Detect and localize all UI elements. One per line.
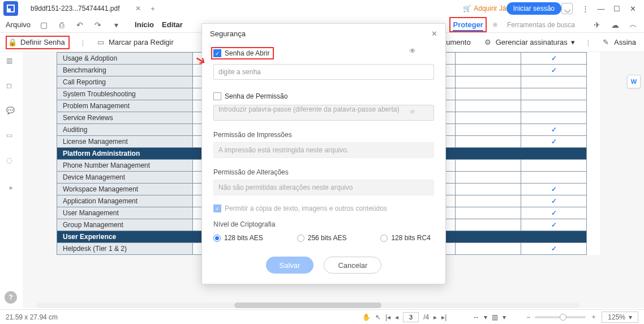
zoom-in-icon[interactable]: ＋ bbox=[590, 312, 597, 322]
comments-icon[interactable]: 💬 bbox=[6, 106, 16, 117]
permission-password-input: Introduzir palavra-passe (diferente da p… bbox=[213, 105, 434, 121]
chevron-up-icon[interactable]: ︿ bbox=[628, 20, 638, 30]
cancel-button[interactable]: Cancelar bbox=[324, 257, 381, 274]
buy-now-link[interactable]: 🛒Adquirir Já bbox=[463, 5, 506, 12]
buy-label: Adquirir Já bbox=[474, 5, 506, 12]
search-icon[interactable]: ◌ bbox=[6, 156, 16, 167]
tab-title: b9ddf151-223...75474441.pdf bbox=[31, 5, 119, 12]
chevron-down-icon: ▾ bbox=[571, 38, 575, 46]
new-tab-button[interactable]: ＋ bbox=[147, 2, 159, 15]
enc-256aes-label: 256 bits AES bbox=[308, 234, 347, 242]
view-mode-icon[interactable]: ▥ bbox=[492, 313, 498, 321]
enc-128aes-radio[interactable]: 128 bits AES bbox=[213, 234, 263, 242]
documento-label: umento bbox=[446, 38, 470, 46]
next-page-icon[interactable]: ▸ bbox=[433, 313, 437, 321]
definir-senha-label: Definir Senha bbox=[20, 38, 65, 46]
save-button[interactable]: Salvar bbox=[266, 257, 314, 274]
print-permission-select: A impressão está restringida neste arqui… bbox=[213, 142, 434, 158]
lock-icon: 🔒 bbox=[8, 38, 17, 47]
zoom-level: 125% bbox=[608, 313, 625, 321]
documento-partial[interactable]: umento bbox=[446, 38, 470, 46]
radio-dot bbox=[297, 235, 304, 242]
user-icon[interactable]: ◡ bbox=[561, 3, 577, 14]
last-page-icon[interactable]: ▸| bbox=[441, 313, 446, 321]
maximize-button[interactable]: ☐ bbox=[609, 5, 625, 13]
security-dialog: Segurança ✕ ✓ Senha de Abrir 👁 Senha de … bbox=[201, 23, 446, 284]
allow-copy-label: Permitir a cópia de texto, imagens e out… bbox=[225, 204, 387, 212]
expand-sidebar-icon[interactable]: ▸ bbox=[10, 184, 13, 191]
open-password-row-highlight: ✓ Senha de Abrir bbox=[211, 47, 274, 59]
hand-tool-icon[interactable]: ✋ bbox=[362, 313, 371, 321]
dialog-title: Segurança bbox=[210, 29, 246, 38]
marcar-redigir-label: Marcar para Redigir bbox=[109, 38, 174, 46]
assina-button[interactable]: ✎ Assina bbox=[602, 38, 636, 47]
page-number-input[interactable] bbox=[403, 312, 419, 322]
chevron-down-icon: ▾ bbox=[629, 313, 632, 321]
open-password-checkbox[interactable]: ✓ bbox=[213, 49, 221, 57]
thumbnails-icon[interactable]: ▥ bbox=[6, 57, 16, 67]
zoom-level-box[interactable]: 125%▾ bbox=[602, 312, 638, 323]
zoom-slider[interactable] bbox=[535, 316, 586, 318]
chevron-down-icon[interactable]: ▾ bbox=[484, 313, 487, 321]
eye-icon[interactable]: 👁 bbox=[409, 47, 416, 55]
svg-rect-1 bbox=[7, 8, 11, 12]
more-icon[interactable]: ⋮ bbox=[577, 5, 593, 13]
help-button[interactable]: ? bbox=[5, 291, 17, 304]
redo-icon[interactable]: ↷ bbox=[93, 20, 103, 29]
redact-icon: ▭ bbox=[96, 38, 105, 47]
select-tool-icon[interactable]: ↖ bbox=[375, 313, 381, 321]
prev-page-icon[interactable]: ◂ bbox=[395, 313, 398, 321]
tools-search-text[interactable]: Ferramentas de busca bbox=[507, 21, 575, 29]
horizontal-scrollbar[interactable] bbox=[36, 302, 579, 308]
open-password-input[interactable] bbox=[213, 64, 434, 80]
permission-password-checkbox[interactable] bbox=[213, 92, 221, 100]
fit-width-icon[interactable]: ↔ bbox=[473, 313, 479, 321]
enc-256aes-radio[interactable]: 256 bits AES bbox=[297, 234, 347, 242]
permission-password-label: Senha de Permissão bbox=[225, 92, 287, 100]
marcar-redigir-button[interactable]: ▭ Marcar para Redigir bbox=[96, 38, 174, 47]
close-tab-icon[interactable]: ✕ bbox=[135, 5, 141, 12]
divider: | bbox=[82, 39, 84, 46]
red-highlight-box bbox=[449, 17, 486, 32]
menu-inicio[interactable]: Início bbox=[135, 20, 154, 29]
assina-label: Assina bbox=[614, 38, 636, 46]
menu-arquivo[interactable]: Arquivo bbox=[6, 20, 31, 29]
open-password-label: Senha de Abrir bbox=[225, 49, 269, 57]
zoom-out-icon[interactable]: − bbox=[526, 313, 530, 321]
light-icon: ✺ bbox=[492, 21, 498, 29]
dropdown-icon[interactable]: ▾ bbox=[111, 20, 121, 29]
gerenciar-assinaturas-button[interactable]: ⚙ Gerenciar assinaturas ▾ bbox=[483, 38, 575, 47]
eye-icon-disabled: 👁 bbox=[409, 108, 416, 116]
left-sidebar: ▥ ◻ 💬 ▭ ◌ ▸ bbox=[0, 52, 23, 308]
page-dimensions: 21.59 x 27.94 cm bbox=[6, 313, 58, 321]
status-bar: 21.59 x 27.94 cm ✋ ↖ |◂ ◂ /4 ▸ ▸| ↔ ▾ ▥ … bbox=[0, 309, 644, 324]
definir-senha-button[interactable]: 🔒 Definir Senha bbox=[6, 36, 70, 49]
dialog-close-icon[interactable]: ✕ bbox=[431, 29, 437, 38]
attachments-icon[interactable]: ▭ bbox=[6, 131, 16, 142]
send-icon[interactable]: ✈ bbox=[592, 20, 602, 29]
app-logo[interactable] bbox=[3, 1, 18, 16]
chevron-down-icon[interactable]: ▾ bbox=[503, 313, 506, 321]
first-page-icon[interactable]: |◂ bbox=[385, 313, 390, 321]
enc-128rc4-label: 128 bits RC4 bbox=[391, 234, 430, 242]
radio-dot bbox=[213, 235, 221, 242]
word-export-badge[interactable]: W bbox=[627, 75, 641, 88]
scrollbar-thumb[interactable] bbox=[234, 302, 381, 308]
cloud-icon[interactable]: ☁ bbox=[610, 20, 620, 29]
bookmarks-icon[interactable]: ◻ bbox=[6, 82, 16, 92]
undo-icon[interactable]: ↶ bbox=[75, 20, 85, 29]
enc-128rc4-radio[interactable]: 128 bits RC4 bbox=[380, 234, 430, 242]
changes-permission-label: Permissão de Alterações bbox=[213, 168, 434, 176]
close-window-button[interactable]: ✕ bbox=[625, 5, 641, 13]
zoom-knob[interactable] bbox=[560, 314, 566, 321]
enc-128aes-label: 128 bits AES bbox=[224, 234, 263, 242]
signin-button[interactable]: Iniciar sessão bbox=[506, 2, 561, 15]
minimize-button[interactable]: — bbox=[593, 5, 609, 13]
open-icon[interactable]: ▢ bbox=[38, 20, 49, 29]
print-icon[interactable]: ⎙ bbox=[57, 20, 67, 29]
menu-proteger-wrap[interactable]: Proteger bbox=[453, 20, 483, 29]
divider: | bbox=[587, 39, 589, 46]
document-tab[interactable]: b9ddf151-223...75474441.pdf ✕ bbox=[25, 1, 147, 16]
page-total: /4 bbox=[423, 313, 429, 321]
menu-editar[interactable]: Editar bbox=[162, 20, 183, 29]
